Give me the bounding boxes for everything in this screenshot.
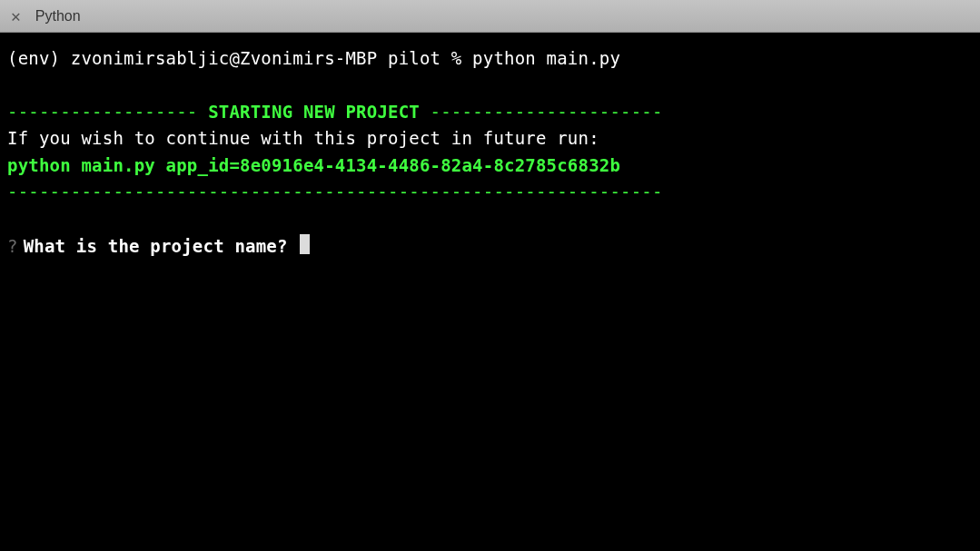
dashes-right: ---------------------- bbox=[431, 102, 663, 122]
shell-prompt-line: (env) zvonimirsabljic@Zvonimirs-MBP pilo… bbox=[7, 45, 973, 72]
window-titlebar: ✕ Python bbox=[0, 0, 980, 33]
dashes-left: ------------------ bbox=[7, 102, 198, 122]
continue-message: If you wish to continue with this projec… bbox=[7, 125, 973, 152]
terminal-area[interactable]: (env) zvonimirsabljic@Zvonimirs-MBP pilo… bbox=[0, 33, 980, 551]
window-title: Python bbox=[35, 8, 81, 25]
question-text: What is the project name? bbox=[24, 233, 288, 260]
text-cursor[interactable] bbox=[300, 234, 310, 254]
continue-command: python main.py app_id=8e0916e4-4134-4486… bbox=[7, 153, 973, 179]
question-mark-icon: ? bbox=[7, 233, 18, 260]
input-prompt-line: ? What is the project name? bbox=[7, 232, 973, 260]
blank-line bbox=[7, 206, 973, 232]
section-footer-dashes: ----------------------------------------… bbox=[7, 179, 973, 205]
blank-line bbox=[7, 72, 973, 98]
header-title: STARTING NEW PROJECT bbox=[198, 102, 431, 122]
close-icon[interactable]: ✕ bbox=[11, 8, 21, 25]
section-header: ------------------ STARTING NEW PROJECT … bbox=[7, 99, 973, 125]
